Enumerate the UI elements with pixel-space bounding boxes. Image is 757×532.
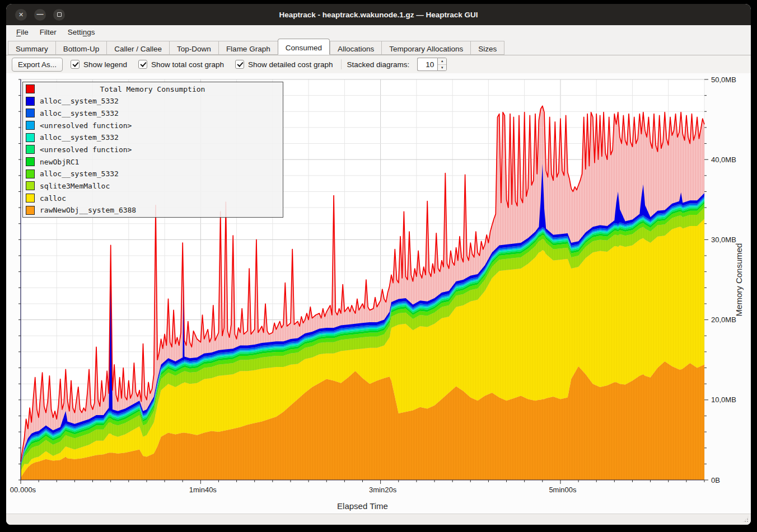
window-title: Heaptrack - heaptrack.wakunode.1.gz — He… [279,11,478,19]
y-tick-label: 0B [711,476,720,484]
tab-bottom-up[interactable]: Bottom-Up [55,41,107,55]
spinbox-buttons: ▲ ▼ [437,58,447,71]
chart-panel: 00.000s1min40s3min20s5min00s0B10,0MB20,0… [6,73,751,514]
legend-label: alloc__system_5332 [40,97,119,105]
legend-item: alloc__system_5332 [23,107,283,119]
legend-item: newObjRC1 [23,156,283,168]
legend-swatch [26,181,35,190]
tab-allocations[interactable]: Allocations [330,41,381,55]
x-tick-label: 00.000s [10,486,36,494]
export-as-button[interactable]: Export As... [12,58,63,72]
y-axis-title: Memory Consumed [734,243,744,317]
checkbox-box[interactable] [138,60,147,69]
legend-swatch [26,145,35,154]
legend-label: alloc__system_5332 [40,109,119,117]
tab-temporary-allocations[interactable]: Temporary Allocations [381,41,470,55]
desktop-background: ✕ — Heaptrack - heaptrack.wakunode.1.gz … [0,0,757,532]
x-tick-label: 5min00s [549,486,577,494]
legend-label: alloc__system_5332 [40,170,119,178]
legend-title-row: Total Memory Consumption [23,83,283,95]
checkbox-label: Show total cost graph [151,60,224,69]
y-tick-label: 20,0MB [711,316,736,324]
legend-swatch [26,97,35,106]
y-tick-label: 30,0MB [711,236,736,244]
legend-swatch [26,157,35,166]
chart-legend: Total Memory Consumptionalloc__system_53… [22,82,283,218]
checkbox-box[interactable] [71,60,80,69]
x-axis-title: Elapsed Time [337,501,388,511]
minimize-button[interactable]: — [34,9,46,21]
legend-swatch [26,109,35,117]
window-controls: ✕ — [15,4,65,25]
legend-label: Total Memory Consumption [35,85,270,93]
stacked-diagrams-label: Stacked diagrams: [347,60,410,69]
minimize-icon: — [37,11,44,17]
legend-label: alloc__system_5332 [40,133,119,142]
legend-item: alloc__system_5332 [23,131,283,143]
legend-label: calloc [40,194,66,203]
legend-item: <unresolved function> [23,120,283,131]
tab-flame-graph[interactable]: Flame Graph [218,41,278,55]
legend-swatch [26,121,35,130]
toolbar: Export As... Show legendShow total cost … [6,55,751,73]
tab-bar: SummaryBottom-UpCaller / CalleeTop-DownF… [6,39,751,55]
tab-sizes[interactable]: Sizes [470,41,504,55]
tab-consumed[interactable]: Consumed [278,39,330,55]
legend-swatch [26,133,35,142]
y-tick-label: 50,0MB [711,76,736,84]
legend-item: rawNewObj__system_6388 [23,204,283,216]
stacked-diagrams-spinbox: 10 ▲ ▼ [417,58,447,71]
legend-item: sqlite3MemMalloc [23,180,283,192]
spinbox-down-button[interactable]: ▼ [438,65,446,71]
legend-label: newObjRC1 [40,158,79,166]
heaptrack-window: ✕ — Heaptrack - heaptrack.wakunode.1.gz … [6,4,751,525]
checkbox-label: Show detailed cost graph [248,60,333,69]
resize-grip[interactable] [742,516,749,523]
legend-swatch [26,194,35,203]
legend-label: <unresolved function> [40,121,132,130]
titlebar: ✕ — Heaptrack - heaptrack.wakunode.1.gz … [6,4,751,25]
legend-swatch [26,170,35,178]
close-icon: ✕ [18,12,24,18]
legend-swatch [26,84,35,93]
maximize-icon [57,12,62,17]
y-tick-label: 10,0MB [711,396,736,404]
legend-swatch [26,206,35,215]
legend-label: rawNewObj__system_6388 [40,206,136,214]
tab-caller-callee[interactable]: Caller / Callee [106,41,169,55]
legend-item: calloc [23,192,283,204]
menu-settings[interactable]: Settings [62,27,101,37]
spinbox-value[interactable]: 10 [417,58,437,71]
menu-bar: FileFilterSettings [6,25,751,39]
checkbox-show-total-cost-graph[interactable]: Show total cost graph [138,60,224,69]
close-button[interactable]: ✕ [15,9,27,21]
tab-top-down[interactable]: Top-Down [169,41,218,55]
spinbox-up-button[interactable]: ▲ [438,58,446,65]
checkbox-group: Show legendShow total cost graphShow det… [71,60,333,69]
menu-filter[interactable]: Filter [34,27,62,37]
checkbox-show-legend[interactable]: Show legend [71,60,127,69]
x-tick-label: 1min40s [189,486,217,494]
legend-item: alloc__system_5332 [23,95,283,107]
legend-item: alloc__system_5332 [23,168,283,180]
legend-item: <unresolved function> [23,144,283,156]
maximize-button[interactable] [53,9,65,21]
legend-label: <unresolved function> [40,145,132,154]
tab-summary[interactable]: Summary [8,41,55,55]
status-bar [6,514,751,525]
y-tick-label: 40,0MB [711,156,736,164]
checkbox-box[interactable] [235,60,244,69]
x-tick-label: 3min20s [369,486,397,494]
checkbox-label: Show legend [83,60,127,69]
legend-label: sqlite3MemMalloc [40,182,110,190]
toolbar-separator [341,59,342,69]
checkbox-show-detailed-cost-graph[interactable]: Show detailed cost graph [235,60,333,69]
menu-file[interactable]: File [11,27,34,37]
